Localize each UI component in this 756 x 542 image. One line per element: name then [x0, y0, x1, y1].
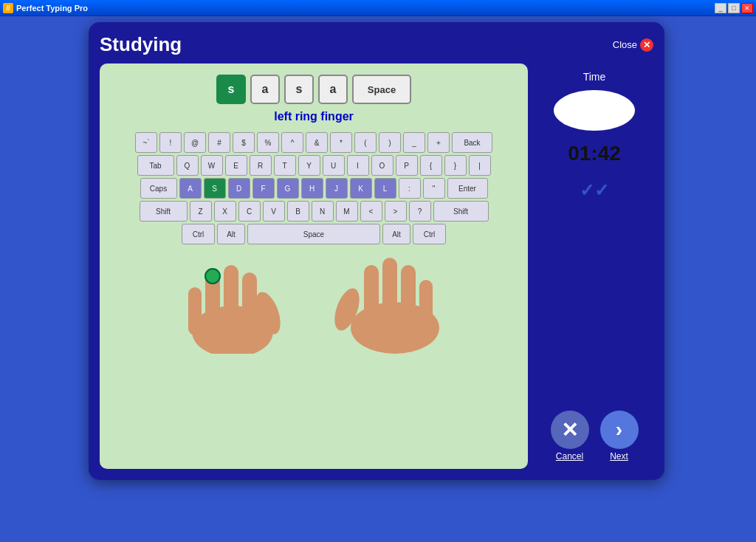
key-row-1: ~` ! @ # $ % ^ & * ( ) _ + Back — [111, 132, 517, 153]
key-ctrl-right[interactable]: Ctrl — [413, 224, 446, 244]
action-btns-row: ✕ Cancel › Next — [551, 411, 639, 462]
cancel-button[interactable]: ✕ Cancel — [551, 411, 589, 462]
key-i[interactable]: I — [347, 155, 369, 176]
key-period[interactable]: > — [385, 201, 407, 222]
key-d[interactable]: D — [228, 178, 250, 199]
key-ctrl-left[interactable]: Ctrl — [182, 224, 215, 244]
key-b[interactable]: B — [287, 201, 309, 222]
key-j[interactable]: J — [326, 178, 348, 199]
key-p[interactable]: P — [396, 155, 418, 176]
key-0[interactable]: ) — [379, 132, 401, 153]
close-x-icon: ✕ — [640, 38, 653, 52]
main-panel: Studying Close ✕ s a s a Space left ring… — [89, 22, 664, 480]
key-rbracket[interactable]: } — [444, 155, 467, 176]
window-controls: _ □ ✕ — [715, 3, 753, 13]
key-f[interactable]: F — [252, 178, 275, 199]
key-backspace[interactable]: Back — [452, 132, 492, 153]
finger-label: left ring finger — [274, 110, 354, 123]
key-r[interactable]: R — [250, 155, 272, 176]
svg-rect-12 — [419, 280, 433, 328]
svg-rect-9 — [364, 265, 379, 328]
checkmarks-display: ✓✓ — [580, 180, 609, 201]
key-h[interactable]: H — [301, 178, 323, 199]
key-s-2: s — [284, 75, 314, 104]
key-a-2: a — [318, 75, 348, 104]
key-sequence: s a s a Space — [216, 75, 411, 104]
key-quote[interactable]: " — [423, 178, 445, 199]
content-body: s a s a Space left ring finger ~` ! @ # … — [100, 64, 653, 469]
next-icon: › — [600, 411, 639, 449]
key-space: Space — [352, 75, 411, 104]
title-bar: // Perfect Typing Pro _ □ ✕ — [0, 0, 756, 16]
time-display: 01:42 — [568, 142, 621, 165]
key-alt-left[interactable]: Alt — [217, 224, 245, 244]
svg-rect-10 — [382, 258, 397, 328]
key-row-2: Tab Q W E R T Y U I O P { } | — [111, 155, 517, 176]
key-m[interactable]: M — [336, 201, 358, 222]
key-q[interactable]: Q — [176, 155, 199, 176]
time-oval — [554, 90, 635, 131]
key-7[interactable]: & — [306, 132, 328, 153]
key-3[interactable]: # — [208, 132, 230, 153]
key-backslash[interactable]: | — [469, 155, 491, 176]
key-caps[interactable]: Caps — [140, 178, 177, 199]
key-tab[interactable]: Tab — [137, 155, 174, 176]
maximize-button[interactable]: □ — [728, 3, 740, 13]
keyboard-area: s a s a Space left ring finger ~` ! @ # … — [100, 64, 528, 469]
cancel-label: Cancel — [556, 451, 583, 462]
key-t[interactable]: T — [274, 155, 296, 176]
key-k[interactable]: K — [350, 178, 372, 199]
close-label: Close — [613, 39, 637, 50]
key-equals[interactable]: + — [427, 132, 450, 153]
key-minus[interactable]: _ — [403, 132, 425, 153]
key-semicolon[interactable]: : — [399, 178, 421, 199]
key-8[interactable]: * — [330, 132, 352, 153]
key-l[interactable]: L — [374, 178, 396, 199]
next-button[interactable]: › Next — [600, 411, 639, 462]
time-label: Time — [583, 71, 606, 83]
key-shift-left[interactable]: Shift — [140, 201, 188, 222]
key-o[interactable]: O — [371, 155, 394, 176]
key-enter[interactable]: Enter — [447, 178, 488, 199]
svg-rect-1 — [188, 287, 202, 335]
key-4[interactable]: $ — [233, 132, 255, 153]
key-row-4: Shift Z X C V B N M < > ? Shift — [111, 201, 517, 222]
key-y[interactable]: Y — [298, 155, 320, 176]
key-u[interactable]: U — [323, 155, 345, 176]
key-w[interactable]: W — [201, 155, 223, 176]
key-1[interactable]: ! — [159, 132, 182, 153]
key-a[interactable]: A — [179, 178, 202, 199]
key-shift-right[interactable]: Shift — [433, 201, 489, 222]
key-v[interactable]: V — [263, 201, 285, 222]
key-g[interactable]: G — [277, 178, 299, 199]
minimize-button[interactable]: _ — [715, 3, 726, 13]
key-n[interactable]: N — [312, 201, 334, 222]
key-space-bar[interactable]: Space — [247, 224, 380, 244]
key-z[interactable]: Z — [190, 201, 212, 222]
panel-title: Studying — [100, 33, 182, 56]
right-sidebar: Time 01:42 ✓✓ ✕ Cancel › Next — [535, 64, 653, 469]
key-alt-right[interactable]: Alt — [382, 224, 410, 244]
svg-point-3 — [205, 269, 220, 284]
key-2[interactable]: @ — [184, 132, 206, 153]
key-s-keyboard[interactable]: S — [204, 178, 226, 199]
key-row-5: Ctrl Alt Space Alt Ctrl — [111, 224, 517, 244]
key-a-1: a — [250, 75, 280, 104]
hands-area — [111, 250, 517, 354]
close-window-button[interactable]: ✕ — [741, 3, 753, 13]
svg-rect-11 — [401, 265, 416, 328]
key-slash[interactable]: ? — [409, 201, 431, 222]
key-comma[interactable]: < — [360, 201, 382, 222]
key-6[interactable]: ^ — [281, 132, 303, 153]
key-backtick[interactable]: ~` — [135, 132, 157, 153]
key-c[interactable]: C — [238, 201, 261, 222]
close-panel-button[interactable]: Close ✕ — [613, 38, 653, 52]
key-5[interactable]: % — [257, 132, 279, 153]
key-x[interactable]: X — [214, 201, 236, 222]
key-e[interactable]: E — [225, 155, 247, 176]
svg-rect-4 — [224, 265, 238, 332]
key-9[interactable]: ( — [354, 132, 377, 153]
panel-header: Studying Close ✕ — [100, 33, 653, 56]
key-lbracket[interactable]: { — [420, 155, 442, 176]
svg-rect-5 — [242, 272, 257, 332]
